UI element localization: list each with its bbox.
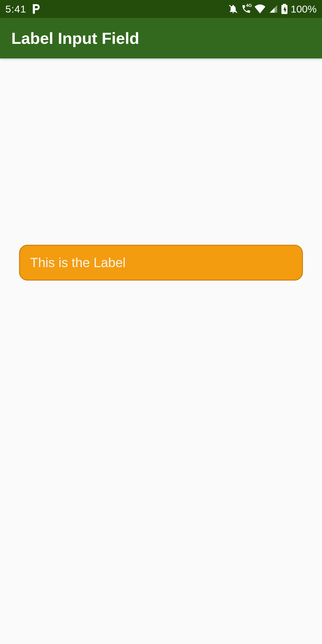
status-right: 4G 100%	[228, 3, 317, 15]
wifi-icon	[254, 4, 266, 13]
app-bar: Label Input Field	[0, 18, 322, 58]
app-indicator-icon	[32, 4, 41, 14]
content-area	[0, 58, 322, 644]
battery-charging-icon	[281, 4, 288, 14]
call-4g-icon: 4G	[241, 4, 251, 14]
status-time: 5:41	[5, 3, 26, 15]
battery-percentage: 100%	[291, 3, 317, 15]
status-left: 5:41	[5, 3, 41, 15]
label-input[interactable]	[19, 245, 303, 281]
call-4g-label: 4G	[246, 3, 252, 8]
app-title: Label Input Field	[11, 29, 139, 47]
status-bar: 5:41 4G 100%	[0, 0, 322, 18]
signal-icon	[269, 4, 278, 13]
alarm-off-icon	[228, 4, 238, 14]
